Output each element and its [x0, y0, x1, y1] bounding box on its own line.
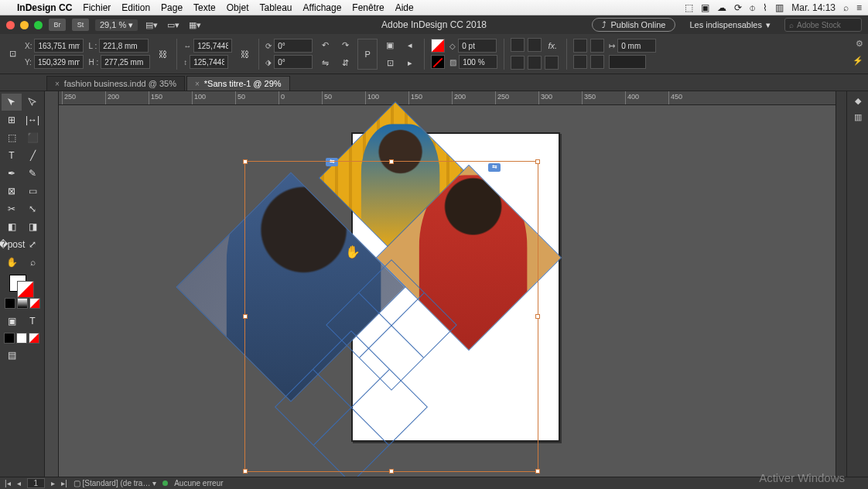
scale-x-field[interactable] — [193, 39, 232, 53]
rectangle-frame-tool[interactable]: ⊠ — [2, 183, 22, 200]
menu-fichier[interactable]: Fichier — [83, 2, 111, 13]
minimize-button[interactable] — [20, 21, 29, 29]
spotlight-icon[interactable]: ⌕ — [843, 2, 849, 13]
rotate-cw-icon[interactable]: ↷ — [337, 37, 353, 53]
direct-selection-tool[interactable] — [22, 94, 43, 111]
zoom-select[interactable]: 29,1 % ▾ — [95, 19, 138, 31]
next-page-button[interactable]: ▸ — [51, 479, 55, 487]
tab-fashion-business[interactable]: ×fashion business.indd @ 35% — [46, 76, 185, 91]
gap-field[interactable] — [617, 39, 656, 53]
vertical-ruler[interactable] — [45, 91, 59, 477]
stroke-style-select[interactable] — [609, 55, 646, 69]
sync-icon[interactable]: ⟳ — [734, 2, 742, 13]
fill-stroke-swatch[interactable] — [9, 275, 36, 296]
screen-mode-icon[interactable]: ▭▾ — [166, 17, 181, 32]
height-field[interactable] — [101, 55, 150, 69]
gap-tool[interactable]: |↔| — [22, 111, 43, 128]
last-page-button[interactable]: ▸| — [61, 479, 67, 487]
default-none-icon[interactable] — [29, 333, 39, 344]
flip-v-icon[interactable]: ⇵ — [337, 55, 353, 70]
publish-online-button[interactable]: ⤴ Publish Online — [592, 18, 675, 32]
content-collector-tool[interactable]: ⬚ — [2, 129, 22, 146]
quick-apply-icon[interactable]: ⚡ — [853, 56, 863, 66]
menu-aide[interactable]: Aide — [395, 2, 414, 13]
text-wrap-none-icon[interactable] — [511, 56, 525, 70]
stroke-weight-field[interactable] — [458, 39, 497, 53]
workspace-select[interactable]: Les indispensables▾ — [689, 20, 771, 30]
pen-tool[interactable]: ✒ — [2, 165, 22, 182]
menu-fenetre[interactable]: Fenêtre — [352, 2, 384, 13]
zoom-button[interactable] — [34, 21, 43, 29]
menu-edition[interactable]: Edition — [121, 2, 150, 13]
constrain-wh-icon[interactable]: ⛓ — [155, 46, 170, 62]
selection-box[interactable] — [244, 161, 538, 472]
line-tool[interactable]: ╱ — [22, 147, 43, 164]
x-field[interactable] — [34, 39, 84, 53]
align-icon[interactable] — [573, 55, 587, 69]
menu-objet[interactable]: Objet — [227, 2, 249, 13]
bridge-chip[interactable]: Br — [49, 19, 66, 31]
rotation-field[interactable] — [274, 39, 313, 53]
text-format-icon[interactable]: T — [22, 313, 43, 330]
view-options-icon[interactable]: ▤▾ — [144, 17, 159, 32]
rectangle-tool[interactable]: ▭ — [22, 183, 43, 200]
stroke-swatch[interactable] — [431, 55, 445, 69]
pencil-tool[interactable]: ✎ — [22, 165, 43, 182]
fill-swatch[interactable] — [431, 39, 445, 53]
close-button[interactable] — [6, 21, 15, 29]
close-icon[interactable]: × — [55, 80, 60, 88]
menu-icon[interactable]: ≡ — [856, 2, 862, 13]
panel-menu-icon[interactable]: ⚙ — [856, 39, 863, 49]
distribute-icon[interactable] — [590, 55, 604, 69]
gradient-feather-tool[interactable]: ◨ — [22, 218, 43, 235]
wifi-icon[interactable]: ⌇ — [763, 2, 767, 13]
dropbox-icon[interactable]: ⬚ — [685, 2, 693, 13]
stock-chip[interactable]: St — [72, 19, 89, 31]
fit-frame-icon[interactable] — [590, 39, 604, 53]
shear-field[interactable] — [274, 55, 313, 69]
rotate-ccw-icon[interactable]: ↶ — [317, 37, 333, 53]
gradient-swatch-tool[interactable]: ◧ — [2, 218, 22, 235]
page-number-field[interactable]: 1 — [27, 478, 46, 488]
battery-icon[interactable]: ▥ — [775, 2, 784, 13]
menu-affichage[interactable]: Affichage — [303, 2, 342, 13]
app-name[interactable]: InDesign CC — [17, 2, 72, 13]
drop-shadow-icon[interactable] — [511, 38, 525, 52]
apply-gradient-icon[interactable] — [17, 298, 28, 309]
hand-tool[interactable]: ✋ — [2, 254, 22, 271]
width-field[interactable] — [99, 39, 149, 53]
text-wrap-bbox-icon[interactable] — [528, 56, 542, 70]
select-content-icon[interactable]: ⊡ — [382, 55, 398, 70]
clock[interactable]: Mar. 14:13 — [791, 2, 836, 13]
cc-icon[interactable]: ☁ — [717, 2, 726, 13]
pages-panel-icon[interactable]: ▥ — [854, 112, 862, 122]
note-tool[interactable]: �post — [2, 236, 22, 253]
master-page-select[interactable]: ▢ [Standard] (de tra… ▾ — [73, 479, 156, 487]
free-transform-tool[interactable]: ⤡ — [22, 200, 43, 217]
apply-none-icon[interactable] — [29, 298, 40, 309]
arrange-icon[interactable]: ▦▾ — [187, 17, 203, 32]
fx-button[interactable]: fx. — [545, 38, 560, 53]
menu-texte[interactable]: Texte — [193, 2, 216, 13]
layers-panel-icon[interactable]: ◆ — [855, 96, 861, 106]
menu-tableau[interactable]: Tableau — [259, 2, 292, 13]
horizontal-ruler[interactable]: 2502001501005005010015020025030035040045… — [59, 91, 836, 105]
y-field[interactable] — [34, 55, 84, 69]
pasteboard[interactable]: ⇆ ⇆ ✋ — [59, 105, 836, 477]
vertical-scrollbar[interactable] — [836, 91, 846, 477]
scissors-tool[interactable]: ✂ — [2, 200, 22, 217]
adobe-stock-search[interactable]: ⌕ Adobe Stock — [784, 18, 862, 32]
scale-y-field[interactable] — [190, 55, 228, 69]
select-container-icon[interactable]: ▣ — [382, 37, 398, 53]
reference-point-icon[interactable]: ⊡ — [5, 46, 20, 62]
eyedropper-tool[interactable]: ⤢ — [22, 236, 43, 253]
screen-rec-icon[interactable]: ▣ — [701, 2, 709, 13]
content-placer-tool[interactable]: ⬛ — [22, 129, 43, 146]
selection-tool[interactable] — [2, 94, 22, 111]
zoom-tool[interactable]: ⌕ — [22, 254, 43, 271]
select-next-icon[interactable]: ▸ — [402, 55, 418, 70]
select-prev-icon[interactable]: ◂ — [402, 37, 418, 53]
preflight-status[interactable]: Aucune erreur — [174, 479, 223, 487]
first-page-button[interactable]: |◂ — [5, 479, 11, 487]
type-tool[interactable]: T — [2, 147, 22, 164]
